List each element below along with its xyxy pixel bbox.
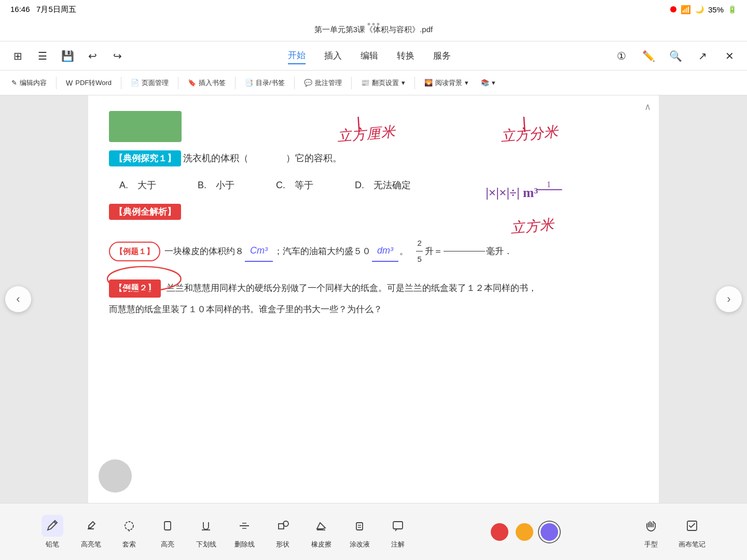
nav-right-arrow[interactable]: › [716,286,742,312]
page-manage-label: 页面管理 [142,78,169,88]
color-red[interactable] [491,523,508,541]
color-purple[interactable] [541,523,558,541]
annotation-manage-icon: 💬 [304,79,312,87]
page-manage-btn[interactable]: 📄 页面管理 [126,76,174,90]
example1-text3: 。 [399,243,408,260]
edit-content-btn[interactable]: ✎ 编辑内容 [6,76,52,90]
svg-rect-11 [393,522,403,529]
page-flip-btn[interactable]: 📰 翻页设置 ▾ [356,76,410,90]
save-icon[interactable]: 💾 [60,49,75,63]
annotation-manage-label: 批注管理 [315,78,342,88]
example2-label: 【例题２】 [109,279,161,298]
example2-section: 【例题２】 兰兰和慧慧用同样大的硬纸分别做了一个同样大的纸盒。可是兰兰的纸盒装了… [109,279,628,317]
tab-edit[interactable]: 编辑 [361,48,378,64]
lasso-icon [118,515,140,537]
hand-label: 手型 [644,540,658,549]
option-c: C. 等于 [276,179,313,191]
section-title-1: 【典例探究１】 [109,150,181,166]
main-content: ∧ 【典例探究１】 洗衣机的体积（ ）它的容积。 A. 大于 B. 小于 C. … [0,95,747,503]
example2-text2: 而慧慧的纸盒里装了１０本同样的书。谁盒子里的书大一些？为什么？ [109,304,382,314]
highlight-label: 高亮笔 [81,540,101,549]
divider4 [235,77,236,89]
color-orange[interactable] [516,523,533,541]
option-d: D. 无法确定 [355,179,411,191]
scroll-up-btn[interactable]: ∧ [640,100,655,114]
insert-bookmark-btn[interactable]: 🔖 插入书签 [183,76,231,90]
pdf-to-word-btn[interactable]: W PDF转Word [61,76,117,90]
green-image-box [109,111,182,142]
tool-pencil[interactable]: 铅笔 [42,515,63,549]
tab-convert[interactable]: 转换 [397,48,414,64]
secondary-toolbar: ✎ 编辑内容 W PDF转Word 📄 页面管理 🔖 插入书签 📑 目录/书签 … [0,71,747,95]
tool-highlight[interactable]: 高亮笔 [80,515,102,549]
divider6 [351,77,352,89]
page-manage-icon: 📄 [131,79,139,87]
tool-underline[interactable]: 下划线 [195,515,217,549]
share-icon[interactable]: ↗ [695,49,710,63]
more-arrow: ▾ [492,79,495,87]
hand-icon [640,515,662,537]
close-icon[interactable]: ✕ [722,49,737,63]
page-container[interactable]: ∧ 【典例探究１】 洗衣机的体积（ ）它的容积。 A. 大于 B. 小于 C. … [88,95,659,503]
menu-icon[interactable]: ☰ [35,49,50,63]
lasso-label: 套索 [122,540,136,549]
toolbar-center: 开始 插入 编辑 转换 服务 [288,47,451,64]
toc-icon: 📑 [245,79,253,87]
svg-rect-8 [356,523,363,530]
eraser-label: 橡皮擦 [311,540,331,549]
fraction-display: 2 5 [416,235,422,267]
page-flip-label: 翻页设置 [372,78,399,88]
tool-canvas-note[interactable]: 画布笔记 [679,515,706,549]
tool-eraser[interactable]: 橡皮擦 [310,515,332,549]
nav-left-arrow[interactable]: ‹ [5,286,31,312]
annotate-icon[interactable]: ✏️ [641,49,656,63]
options-row: A. 大于 B. 小于 C. 等于 D. 无法确定 [109,179,628,191]
section1: 【典例探究１】 洗衣机的体积（ ）它的容积。 [109,150,628,173]
color-picker [491,523,558,541]
status-bar: 16:46 7月5日周五 📶 🌙 35% 🔋 [0,0,747,19]
fraction-denominator: 5 [417,251,421,267]
tool-lasso[interactable]: 套索 [118,515,140,549]
tool-strikethrough[interactable]: 删除线 [233,515,255,549]
correction-label: 涂改液 [350,540,370,549]
moon-icon: 🌙 [695,5,704,13]
tool-group-main: 铅笔 高亮笔 套索 [42,515,409,549]
tool-correction[interactable]: 涂改液 [349,515,370,549]
wifi-icon: 📶 [681,5,691,15]
annotation-manage-btn[interactable]: 💬 批注管理 [299,76,347,90]
section-title-2: 【典例全解析】 [109,204,181,220]
tool-hand[interactable]: 手型 [640,515,662,549]
green-box-area [109,111,628,142]
underline-icon [195,515,217,537]
example1-text5: 毫升． [486,243,513,260]
tab-start[interactable]: 开始 [288,47,306,64]
divider3 [178,77,178,89]
toolbar-left: ⊞ ☰ 💾 ↩ ↪ [10,49,125,63]
divider7 [414,77,415,89]
read-bg-icon: 🌄 [424,79,433,87]
redo-icon[interactable]: ↪ [110,49,125,63]
shape-icon [272,515,294,537]
more-btn[interactable]: 📚 ▾ [476,76,501,89]
search-icon[interactable]: 🔍 [668,49,683,63]
undo-icon[interactable]: ↩ [85,49,100,63]
option-b: B. 小于 [198,179,234,191]
sidebar-toggle-icon[interactable]: ⊞ [10,49,25,63]
tool-highlight2[interactable]: 高亮 [157,515,178,549]
battery-bar-icon: 🔋 [728,5,737,13]
example1-text1: 一块橡皮的体积约８ [164,243,244,260]
tab-service[interactable]: 服务 [433,48,451,64]
tool-indicator-circle [99,459,132,493]
pdf-to-word-icon: W [66,79,73,87]
example2-row1: 【例题２】 兰兰和慧慧用同样大的硬纸分别做了一个同样大的纸盒。可是兰兰的纸盒装了… [109,279,628,298]
read-bg-btn[interactable]: 🌄 阅读背景 ▾ [419,76,474,90]
tool-shape[interactable]: 形状 [272,515,294,549]
example1-label: 【例题１】 [109,242,160,261]
tab-insert[interactable]: 插入 [324,48,342,64]
toc-label: 目录/书签 [256,78,285,88]
page-num-icon[interactable]: ① [614,49,629,63]
tool-annotation[interactable]: 注解 [387,515,409,549]
annotation-label: 注解 [391,540,405,549]
canvas-note-icon [681,515,703,537]
toc-btn[interactable]: 📑 目录/书签 [240,76,290,90]
